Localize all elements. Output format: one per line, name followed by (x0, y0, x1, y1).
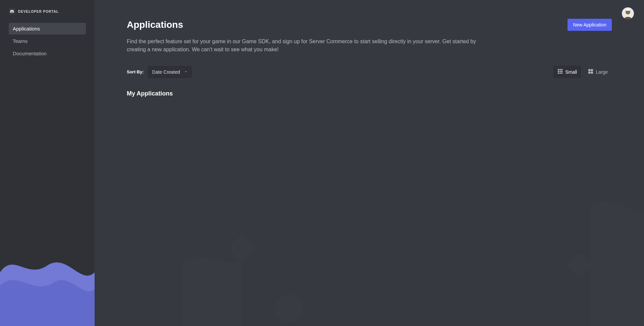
svg-point-32 (529, 258, 531, 260)
background-decoration-left (182, 141, 323, 326)
svg-point-9 (191, 174, 193, 175)
svg-point-20 (205, 194, 206, 195)
svg-point-35 (509, 265, 511, 266)
svg-point-2 (205, 153, 206, 155)
svg-rect-50 (558, 73, 559, 74)
svg-point-18 (191, 194, 193, 195)
svg-point-23 (509, 252, 511, 253)
svg-rect-44 (558, 69, 559, 70)
svg-point-27 (536, 252, 537, 253)
svg-point-11 (205, 174, 206, 175)
svg-point-29 (509, 258, 511, 260)
svg-point-39 (536, 265, 537, 266)
view-toggle-label: Small (565, 69, 577, 75)
view-toggle-large[interactable]: Large (584, 66, 612, 78)
sidebar: DEVELOPER PORTAL Applications Teams Docu… (0, 0, 95, 326)
sort-label: Sort By: (127, 69, 144, 74)
view-toggle-label: Large (596, 69, 608, 75)
grid-small-icon (557, 68, 563, 75)
svg-point-40 (543, 265, 544, 266)
sort-group: Sort By: Date Created (127, 66, 192, 78)
svg-point-3 (191, 160, 193, 161)
svg-rect-46 (561, 69, 562, 70)
chevron-down-icon (184, 69, 188, 75)
view-toggle-small[interactable]: Small (553, 66, 581, 78)
svg-point-19 (198, 194, 199, 195)
svg-point-22 (275, 294, 303, 322)
svg-point-24 (516, 252, 517, 253)
svg-rect-45 (560, 69, 561, 70)
page-title: Applications (127, 19, 183, 30)
user-avatar[interactable] (622, 7, 634, 19)
svg-point-38 (529, 265, 531, 266)
svg-point-8 (205, 167, 206, 168)
page-description: Find the perfect feature set for your ga… (127, 38, 482, 54)
svg-point-26 (529, 252, 531, 253)
new-application-button[interactable]: New Application (568, 19, 612, 31)
view-toggles: Small Large (553, 66, 612, 78)
sidebar-nav: Applications Teams Documentation (0, 23, 95, 59)
svg-point-0 (191, 153, 193, 155)
background-decoration-right (503, 152, 644, 326)
svg-point-31 (523, 258, 524, 260)
brand-text: DEVELOPER PORTAL (18, 10, 59, 13)
sidebar-item-teams[interactable]: Teams (9, 35, 86, 47)
sidebar-item-label: Applications (13, 26, 40, 31)
svg-point-12 (191, 180, 193, 182)
svg-rect-51 (560, 73, 561, 74)
svg-point-16 (198, 187, 199, 188)
sidebar-wave-decoration (0, 212, 95, 326)
section-title: My Applications (127, 90, 612, 97)
svg-point-33 (536, 258, 537, 260)
sidebar-item-documentation[interactable]: Documentation (9, 48, 86, 59)
svg-rect-47 (558, 71, 559, 72)
svg-point-4 (198, 160, 199, 161)
svg-point-10 (198, 174, 199, 175)
svg-point-34 (543, 258, 544, 260)
content-area: Applications New Application Find the pe… (95, 0, 644, 97)
controls-row: Sort By: Date Created (127, 66, 612, 78)
svg-point-30 (516, 258, 517, 260)
svg-point-25 (523, 252, 524, 253)
sidebar-header: DEVELOPER PORTAL (0, 0, 95, 23)
svg-point-6 (191, 167, 193, 168)
topbar (622, 7, 634, 19)
svg-point-28 (543, 252, 544, 253)
sidebar-item-label: Teams (13, 38, 28, 44)
svg-rect-49 (561, 71, 562, 72)
discord-logo-icon (9, 8, 15, 15)
svg-rect-52 (561, 73, 562, 74)
sidebar-item-applications[interactable]: Applications (9, 23, 86, 35)
sort-select[interactable]: Date Created (148, 66, 192, 78)
page-header-row: Applications New Application (127, 19, 612, 31)
sort-select-value: Date Created (152, 69, 180, 75)
svg-point-14 (205, 180, 206, 182)
svg-rect-55 (588, 72, 590, 74)
svg-rect-56 (591, 72, 593, 74)
svg-point-15 (191, 187, 193, 188)
svg-point-37 (523, 265, 524, 266)
svg-point-1 (198, 153, 199, 155)
svg-point-36 (516, 265, 517, 266)
svg-point-13 (198, 180, 199, 182)
svg-rect-48 (560, 71, 561, 72)
svg-rect-53 (588, 69, 590, 71)
svg-point-7 (198, 167, 199, 168)
svg-rect-41 (566, 252, 593, 278)
grid-large-icon (588, 68, 594, 75)
main-content: Applications New Application Find the pe… (95, 0, 644, 326)
svg-rect-54 (591, 69, 593, 71)
svg-point-5 (205, 160, 206, 161)
svg-rect-21 (228, 234, 257, 262)
sidebar-item-label: Documentation (13, 51, 47, 56)
svg-point-17 (205, 187, 206, 188)
